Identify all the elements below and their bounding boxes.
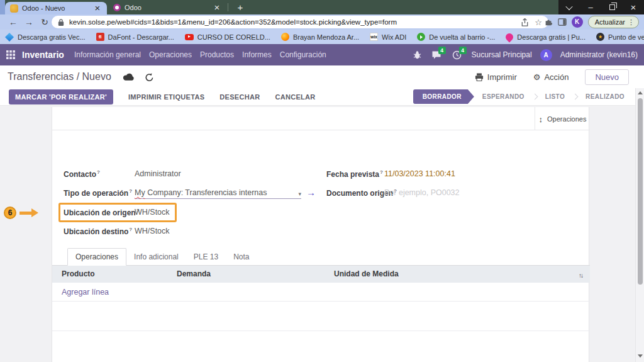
scrap-button[interactable]: DESECHAR [219, 93, 260, 101]
tab-close-icon[interactable] [93, 4, 102, 13]
reload-button[interactable] [39, 16, 50, 28]
form-sheet: Operaciones Contacto? Administrator Fech… [52, 107, 589, 362]
messages-badge: 4 [438, 47, 446, 54]
optional-columns-icon [579, 272, 582, 279]
user-menu[interactable]: Administrator (kevin16) [560, 50, 638, 59]
field-placeholder-documento-origen[interactable]: Por ejemplo, PO0032 [384, 188, 460, 197]
field-value-ubicacion-destino[interactable]: WH/Stock [135, 227, 170, 235]
url-text: kevin.solse.pe/web#cids=1&bids=1&menu_id… [69, 18, 520, 26]
forward-button[interactable] [23, 16, 35, 28]
vecteezy-icon [5, 32, 14, 41]
internal-link-arrow-icon[interactable] [306, 187, 316, 198]
play-icon [417, 33, 425, 41]
scroll-up-icon[interactable] [638, 91, 643, 94]
field-value-ubicacion-origen[interactable]: WH/Stock [135, 208, 170, 217]
bookmark-item[interactable]: flDaFont - Descargar... [96, 33, 174, 41]
button-box-row: Operaciones [52, 107, 590, 130]
dropdown-caret-icon[interactable] [298, 187, 301, 198]
odoo-favicon [10, 4, 18, 13]
tab-info-adicional[interactable]: Info adicional [126, 249, 186, 265]
pink-drop-icon [504, 31, 515, 42]
user-avatar[interactable]: A [540, 49, 552, 61]
bookmark-item[interactable]: CURSO DE CORELD... [185, 33, 270, 41]
update-button[interactable]: Actualizar [588, 16, 639, 28]
scrollbar-thumb[interactable] [638, 98, 643, 285]
bookmark-item[interactable]: Brayan Mendoza Ar... [281, 33, 359, 41]
print-button[interactable]: Imprimir [475, 72, 517, 82]
share-icon[interactable] [520, 18, 530, 27]
frame-edge [0, 0, 5, 14]
column-demanda[interactable]: Demanda [160, 266, 211, 283]
firefox-icon [281, 33, 289, 41]
status-listo[interactable]: LISTO [537, 93, 573, 100]
menu-dots-icon[interactable] [628, 18, 635, 26]
menu-configuracion[interactable]: Configuración [280, 50, 326, 59]
bookmark-label: Wix ADI [382, 33, 406, 41]
bookmark-star-icon[interactable] [535, 16, 542, 28]
bookmark-label: Descarga gratis Vec... [18, 33, 86, 41]
browser-tab-inactive[interactable]: Odoo [108, 0, 226, 14]
minimize-button[interactable] [580, 0, 601, 14]
extensions-puzzle-icon[interactable] [544, 18, 553, 26]
side-panel-icon[interactable] [558, 18, 567, 26]
activities-button[interactable]: 4 [451, 48, 464, 61]
new-tab-button[interactable]: + [234, 1, 247, 14]
field-label-ubicacion-destino: Ubicación destino? [64, 227, 132, 236]
tab-nota[interactable]: Nota [226, 249, 257, 265]
tab-close-icon[interactable] [213, 3, 221, 12]
bookmark-item[interactable]: Descarga gratis | Pu... [506, 33, 586, 41]
tab-operaciones[interactable]: Operaciones [67, 248, 126, 266]
close-button[interactable] [623, 0, 644, 14]
status-borrador[interactable]: BORRADOR [413, 89, 474, 104]
messages-button[interactable]: 4 [430, 48, 443, 61]
print-labels-button[interactable]: IMPRIMIR ETIQUETAS [128, 93, 204, 101]
bookmark-label: DaFont - Descargar... [108, 33, 174, 41]
bookmark-item[interactable]: De vuelta al barrio -... [417, 33, 495, 41]
debug-bug-icon[interactable] [413, 50, 422, 60]
restore-button[interactable] [601, 0, 623, 14]
save-cloud-icon[interactable] [123, 72, 135, 81]
field-tipo-operacion[interactable]: My Company: Transferencias internas [135, 187, 301, 199]
status-realizado[interactable]: REALIZADO [577, 93, 633, 100]
help-marker: ? [380, 169, 383, 175]
optional-columns-button[interactable] [579, 266, 582, 283]
breadcrumb[interactable]: Transferencias / Nuevo [8, 71, 111, 82]
new-button[interactable]: Nuevo [585, 69, 629, 85]
status-esperando[interactable]: ESPERANDO [474, 93, 533, 100]
mark-todo-button[interactable]: MARCAR 'POR REALIZAR' [9, 89, 113, 105]
field-value-fecha-prevista[interactable]: 11/03/2023 11:00:41 [384, 169, 455, 178]
operations-stat-button[interactable]: Operaciones [535, 107, 590, 130]
browser-tab-active[interactable]: Odoo - Nuevo [5, 2, 107, 14]
printer-icon [475, 73, 484, 81]
menu-informacion-general[interactable]: Información general [74, 50, 141, 59]
update-label: Actualizar [595, 18, 625, 26]
bookmark-item[interactable]: ★Punto de venta Ven... [596, 33, 644, 41]
annotation-arrow [19, 212, 32, 215]
url-bar[interactable]: kevin.solse.pe/web#cids=1&bids=1&menu_id… [52, 16, 548, 28]
discard-undo-icon[interactable] [145, 72, 154, 82]
bookmark-item[interactable]: Descarga gratis Vec... [5, 33, 86, 41]
field-value-contacto[interactable]: Administrator [135, 169, 181, 178]
vertical-scrollbar[interactable] [635, 88, 644, 362]
window-controls [558, 0, 644, 14]
action-button[interactable]: Acción [533, 72, 569, 82]
apps-grid-icon[interactable] [6, 50, 15, 59]
bookmark-item[interactable]: wixWix ADI [370, 33, 406, 41]
menu-operaciones[interactable]: Operaciones [149, 50, 192, 59]
cancel-button[interactable]: CANCELAR [275, 93, 315, 101]
add-line-link[interactable]: Agregar línea [62, 288, 109, 297]
column-producto[interactable]: Producto [62, 266, 95, 283]
content-area: Operaciones Contacto? Administrator Fech… [0, 106, 644, 362]
menu-informes[interactable]: Informes [242, 50, 272, 59]
tab-search-button[interactable] [558, 0, 580, 14]
scroll-down-icon[interactable] [638, 354, 643, 358]
annotation-number: 6 [4, 206, 16, 219]
tab-ple-13[interactable]: PLE 13 [186, 249, 226, 265]
column-unidad-de-medida[interactable]: Unidad de Medida [334, 266, 399, 283]
back-button[interactable] [8, 16, 19, 28]
gear-icon [533, 72, 541, 82]
company-switcher[interactable]: Sucursal Principal [472, 50, 532, 59]
profile-avatar[interactable]: K [572, 16, 583, 28]
menu-productos[interactable]: Productos [200, 50, 234, 59]
app-name[interactable]: Inventario [22, 50, 64, 60]
